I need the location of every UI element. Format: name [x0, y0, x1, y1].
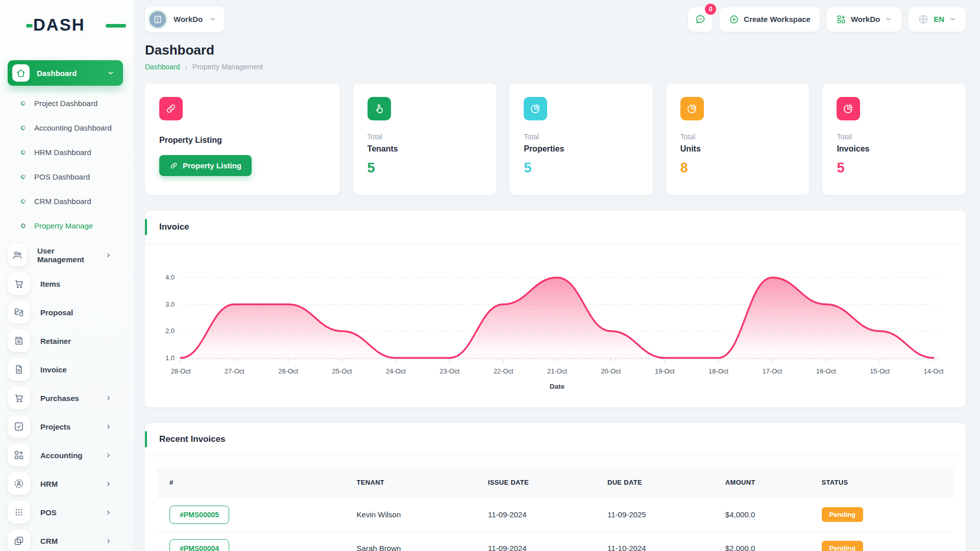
- property-listing-button[interactable]: Property Listing: [159, 155, 252, 176]
- svg-text:27-Oct: 27-Oct: [225, 367, 244, 375]
- svg-text:17-Oct: 17-Oct: [762, 367, 782, 375]
- invoice-chart-panel: Invoice 4.03.02.01.028-Oct27-Oct26-Oct25…: [145, 211, 966, 407]
- stat-card-property-listing: Property ListingProperty Listing: [145, 84, 340, 195]
- chat-icon: [694, 13, 706, 26]
- invoice-area-chart: 4.03.02.01.028-Oct27-Oct26-Oct25-Oct24-O…: [145, 251, 966, 404]
- chevron-right-icon: [105, 423, 112, 431]
- sidebar-item-projects[interactable]: Projects: [8, 412, 134, 441]
- column-header-tenant: TENANT: [345, 467, 476, 498]
- stat-card-title: Invoices: [837, 144, 951, 154]
- column-header-status: STATUS: [810, 467, 953, 498]
- recent-invoices-title: Recent Invoices: [159, 434, 951, 444]
- svg-text:16-Oct: 16-Oct: [816, 367, 836, 375]
- language-label: EN: [934, 15, 944, 23]
- workspace-avatar building-icon: [148, 10, 167, 29]
- sidebar-item-label: Project Dashboard: [34, 99, 97, 108]
- stat-card-sublabel: Total: [524, 133, 639, 141]
- sidebar-item-project-dashboard[interactable]: Project Dashboard: [8, 91, 134, 115]
- logo-accent-left: [26, 24, 33, 28]
- breadcrumb-link-dashboard[interactable]: Dashboard: [145, 63, 180, 71]
- sidebar-item-dashboard[interactable]: Dashboard: [8, 60, 123, 86]
- sidebar-item-label: POS: [40, 508, 57, 517]
- button-label: Property Listing: [183, 161, 241, 170]
- create-workspace-button[interactable]: Create Workspace: [720, 7, 820, 32]
- messages-button[interactable]: 0: [688, 7, 713, 32]
- sidebar-item-items[interactable]: Items: [8, 269, 134, 298]
- sidebar-item-hrm[interactable]: HRM: [8, 469, 134, 498]
- sidebar-item-invoice[interactable]: Invoice: [8, 355, 134, 384]
- sidebar-item-label: Dashboard: [37, 69, 77, 78]
- sidebar-item-accounting[interactable]: Accounting: [8, 441, 134, 469]
- stat-card-title: Property Listing: [159, 136, 326, 145]
- sidebar-item-proposal[interactable]: Proposal: [8, 298, 134, 327]
- stat-card-value: 5: [837, 160, 951, 176]
- cell-amount: $4,000.0: [713, 498, 810, 532]
- person-dashed-icon: [8, 472, 30, 495]
- table-row: #PMS00004Sarah Brown11-09-202411-10-2024…: [157, 532, 953, 551]
- sidebar-item-user-management[interactable]: User Management: [8, 241, 134, 269]
- app-root: DASH Dashboard Project DashboardAccounti…: [0, 0, 980, 551]
- svg-text:4.0: 4.0: [165, 273, 175, 281]
- circle-icon: [20, 149, 26, 155]
- svg-text:3.0: 3.0: [165, 300, 175, 308]
- cell-invoice-id: #PMS00004: [157, 532, 345, 551]
- stat-card-value: 5: [368, 160, 482, 176]
- svg-text:Date: Date: [550, 383, 565, 390]
- sidebar-item-property-manage[interactable]: Property Manage: [8, 213, 134, 238]
- chevron-right-icon: [105, 252, 112, 259]
- svg-text:1.0: 1.0: [165, 354, 175, 362]
- logo-accent-right: [106, 24, 126, 28]
- stat-card-title: Units: [680, 144, 795, 154]
- save-icon: [8, 330, 30, 352]
- sidebar-item-label: CRM: [40, 537, 58, 545]
- sidebar-sub-items: Project DashboardAccounting DashboardHRM…: [8, 91, 134, 238]
- sidebar-item-pos-dashboard[interactable]: POS Dashboard: [8, 164, 134, 189]
- chevron-right-icon: [105, 537, 112, 545]
- circle-icon: [20, 101, 26, 106]
- sidebar-item-retainer[interactable]: Retainer: [8, 327, 134, 355]
- sidebar-item-label: HRM: [40, 480, 58, 488]
- invoice-id-button[interactable]: #PMS00004: [169, 539, 229, 551]
- cell-issue-date: 11-09-2024: [476, 532, 595, 551]
- pie-icon: [680, 97, 704, 120]
- recent-invoices-panel: Recent Invoices #TENANTISSUE DATEDUE DAT…: [145, 423, 966, 551]
- svg-text:23-Oct: 23-Oct: [439, 367, 459, 375]
- sidebar-item-label: Property Manage: [34, 221, 93, 230]
- svg-text:19-Oct: 19-Oct: [655, 367, 675, 375]
- table-header-row: #TENANTISSUE DATEDUE DATEAMOUNTSTATUS: [157, 467, 953, 498]
- page-title: Dashboard: [145, 42, 966, 58]
- users-icon: [8, 244, 27, 266]
- invoice-chart-title: Invoice: [159, 222, 951, 232]
- svg-text:2.0: 2.0: [165, 327, 175, 335]
- topbar: WorkDo 0 Create Workspace WorkDo: [145, 0, 966, 32]
- sidebar-item-crm-dashboard[interactable]: CRM Dashboard: [8, 189, 134, 213]
- column-header-due-date: DUE DATE: [595, 467, 713, 498]
- recent-invoices-table-wrap: #TENANTISSUE DATEDUE DATEAMOUNTSTATUS #P…: [145, 456, 966, 551]
- breadcrumb-current: Property Management: [192, 63, 263, 71]
- invoice-id-button[interactable]: #PMS00005: [169, 506, 229, 524]
- stat-card-sublabel: Total: [680, 133, 795, 141]
- workspace-menu-label: WorkDo: [851, 15, 880, 23]
- app-logo: DASH: [33, 15, 120, 36]
- sidebar-item-accounting-dashboard[interactable]: Accounting Dashboard: [8, 115, 134, 140]
- sidebar-item-label: Accounting Dashboard: [34, 123, 112, 132]
- svg-text:26-Oct: 26-Oct: [278, 367, 298, 375]
- sidebar-item-purchases[interactable]: Purchases: [8, 384, 134, 412]
- sidebar: DASH Dashboard Project DashboardAccounti…: [0, 0, 134, 551]
- grid-plus-icon: [836, 14, 846, 24]
- table-row: #PMS00005Kevin Wilson11-09-202411-09-202…: [157, 498, 953, 532]
- cart-icon: [8, 272, 30, 295]
- breadcrumb: Dashboard › Property Management: [145, 63, 966, 71]
- chevron-right-icon: [105, 452, 112, 459]
- sidebar-item-pos[interactable]: POS: [8, 498, 134, 527]
- workspace-selector[interactable]: WorkDo: [145, 7, 225, 32]
- pie-icon: [524, 97, 547, 120]
- language-selector[interactable]: EN: [909, 7, 966, 32]
- sidebar-item-hrm-dashboard[interactable]: HRM Dashboard: [8, 140, 134, 164]
- create-workspace-label: Create Workspace: [744, 15, 811, 23]
- sidebar-item-crm[interactable]: CRM: [8, 527, 134, 551]
- column-header-issue-date: ISSUE DATE: [476, 467, 595, 498]
- globe-icon: [918, 14, 929, 25]
- main-area: WorkDo 0 Create Workspace WorkDo: [134, 0, 980, 551]
- workspace-menu-button[interactable]: WorkDo: [827, 7, 901, 32]
